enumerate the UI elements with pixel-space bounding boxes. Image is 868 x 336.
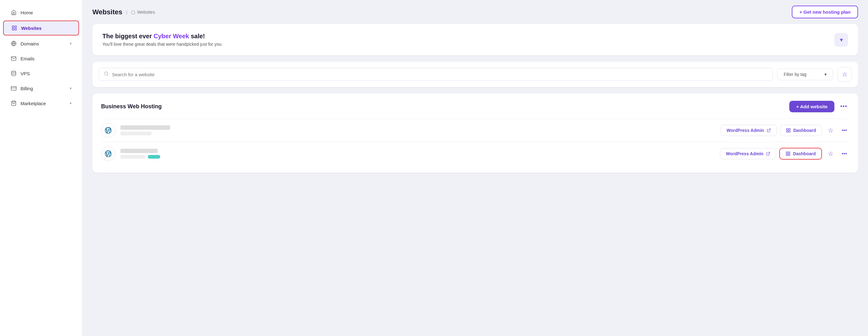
svg-line-17 — [768, 152, 770, 154]
sidebar-item-label: Home — [21, 10, 33, 15]
site-info — [120, 149, 715, 159]
home-icon — [10, 9, 17, 16]
sidebar-item-vps[interactable]: VPS — [3, 67, 79, 80]
site-url-blurred — [120, 131, 152, 135]
favorite-button-2[interactable]: ☆ — [825, 148, 836, 159]
dashboard-button-1[interactable]: Dashboard — [780, 125, 822, 136]
wordpress-logo — [101, 147, 116, 161]
sidebar-item-label: Emails — [21, 56, 34, 61]
vps-icon — [10, 70, 17, 77]
breadcrumb: Websites — [131, 10, 155, 14]
svg-rect-14 — [789, 128, 790, 130]
filter-by-tag-button[interactable]: Filter by tag ▾ — [777, 68, 833, 80]
svg-line-12 — [769, 129, 770, 131]
banner-subtitle: You'll love these great deals that were … — [102, 42, 223, 47]
svg-rect-1 — [15, 26, 17, 27]
svg-line-11 — [107, 75, 108, 75]
sidebar-item-label: Domains — [21, 41, 39, 47]
breadcrumb-label: Websites — [137, 10, 155, 14]
search-input[interactable] — [112, 72, 768, 77]
get-new-hosting-plan-button[interactable]: + Get new hosting plan — [792, 6, 858, 18]
sidebar-item-billing[interactable]: Billing ▾ — [3, 82, 79, 95]
website-row: WordPress Admin Dashboard ☆ ••• — [101, 119, 849, 142]
sidebar-item-marketplace[interactable]: Marketplace ▾ — [3, 96, 79, 110]
dashboard-button-2[interactable]: Dashboard — [779, 148, 822, 160]
site-name-blurred — [120, 125, 170, 130]
sidebar-item-label: Websites — [21, 26, 42, 31]
banner-title-highlight: Cyber Week — [154, 33, 189, 39]
chevron-down-icon: ▾ — [70, 41, 71, 46]
svg-rect-16 — [789, 131, 790, 132]
wordpress-admin-button-1[interactable]: WordPress Admin — [720, 125, 777, 136]
sidebar-item-emails[interactable]: Emails — [3, 52, 79, 65]
wp-admin-label: WordPress Admin — [726, 128, 764, 133]
search-icon — [104, 71, 109, 78]
search-input-wrap — [99, 68, 773, 81]
wordpress-admin-button-2[interactable]: WordPress Admin — [720, 148, 776, 159]
domains-icon — [10, 40, 17, 47]
svg-rect-20 — [786, 154, 788, 156]
sidebar-item-label: Marketplace — [21, 101, 46, 106]
hosting-card-title: Business Web Hosting — [101, 103, 162, 110]
chevron-down-icon: ▾ — [70, 101, 71, 105]
dashboard-label: Dashboard — [793, 128, 816, 133]
header-left: Websites | Websites — [92, 8, 155, 16]
banner-title-end: sale! — [189, 33, 205, 39]
sidebar-item-websites[interactable]: Websites — [3, 21, 79, 35]
banner-collapse-button[interactable]: ▾ — [834, 33, 848, 47]
filter-label: Filter by tag — [784, 72, 806, 77]
sidebar: Home Websites Domains ▾ Emails — [0, 0, 83, 336]
sidebar-item-label: Billing — [21, 86, 33, 91]
svg-rect-2 — [12, 29, 14, 30]
svg-rect-19 — [788, 152, 790, 153]
chevron-down-icon: ▾ — [825, 72, 827, 77]
billing-icon — [10, 85, 17, 91]
svg-rect-3 — [15, 29, 17, 30]
hosting-card-actions: + Add website ••• — [789, 101, 849, 112]
wp-admin-label: WordPress Admin — [726, 151, 764, 156]
svg-rect-18 — [786, 152, 788, 153]
website-row: WordPress Admin Dashboard ☆ ••• — [101, 142, 849, 165]
add-website-button[interactable]: + Add website — [789, 101, 834, 112]
main-content: Websites | Websites + Get new hosting pl… — [83, 0, 868, 336]
page-header: Websites | Websites + Get new hosting pl… — [83, 0, 868, 24]
svg-point-10 — [104, 72, 108, 75]
wordpress-logo — [101, 123, 116, 138]
row-actions: WordPress Admin Dashboard ☆ ••• — [720, 148, 849, 160]
dashboard-label: Dashboard — [793, 151, 816, 156]
svg-rect-0 — [12, 26, 14, 27]
marketplace-icon — [10, 100, 17, 106]
row-actions: WordPress Admin Dashboard ☆ ••• — [720, 125, 849, 136]
site-name-blurred — [120, 149, 158, 153]
website-more-options-button-1[interactable]: ••• — [839, 125, 849, 135]
banner-title: The biggest ever Cyber Week sale! — [102, 33, 223, 40]
website-more-options-button-2[interactable]: ••• — [839, 149, 849, 159]
svg-rect-21 — [788, 154, 790, 156]
sidebar-item-label: VPS — [21, 71, 30, 76]
sidebar-item-domains[interactable]: Domains ▾ — [3, 37, 79, 51]
site-url-blurred — [120, 155, 145, 159]
breadcrumb-sep: | — [126, 10, 127, 14]
websites-icon — [11, 25, 18, 31]
star-icon: ☆ — [842, 71, 847, 78]
svg-point-6 — [11, 71, 16, 73]
page-title: Websites — [92, 8, 122, 16]
hosting-card: Business Web Hosting + Add website ••• — [92, 93, 858, 173]
emails-icon — [10, 55, 17, 62]
svg-rect-15 — [786, 131, 788, 132]
search-row: Filter by tag ▾ ☆ — [92, 62, 858, 87]
favorites-filter-button[interactable]: ☆ — [838, 67, 852, 82]
sidebar-item-home[interactable]: Home — [3, 6, 79, 19]
get-plan-label: + Get new hosting plan — [799, 9, 850, 14]
site-info — [120, 125, 716, 135]
site-status-tag — [148, 155, 160, 159]
svg-rect-13 — [786, 128, 788, 130]
promo-banner: The biggest ever Cyber Week sale! You'll… — [92, 24, 858, 55]
banner-title-start: The biggest ever — [102, 33, 154, 39]
page-content: The biggest ever Cyber Week sale! You'll… — [83, 24, 868, 183]
svg-rect-7 — [11, 87, 17, 90]
favorite-button-1[interactable]: ☆ — [825, 125, 836, 136]
hosting-more-options-button[interactable]: ••• — [838, 101, 849, 112]
add-website-label: + Add website — [796, 104, 828, 109]
banner-text: The biggest ever Cyber Week sale! You'll… — [102, 33, 223, 47]
